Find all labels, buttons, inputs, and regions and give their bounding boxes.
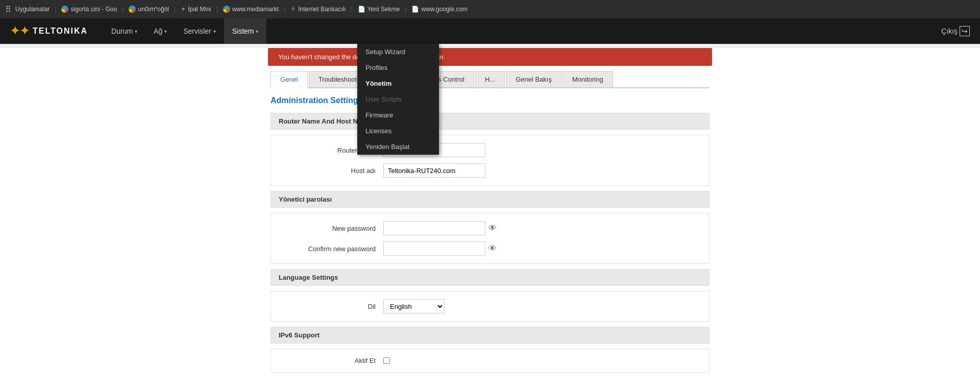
- input-new-password[interactable]: [383, 221, 485, 235]
- select-language[interactable]: English: [383, 299, 445, 313]
- form-router-name: Router name Host adı: [271, 135, 709, 186]
- browser-tab-google[interactable]: 📄 www.google.com: [411, 6, 468, 13]
- confirm-password-wrapper: 👁: [383, 241, 497, 256]
- nav-item-durum[interactable]: Durum ▾: [103, 18, 145, 44]
- dropdown-firmware[interactable]: Firmware: [357, 107, 439, 123]
- page-title: Administration Settings: [271, 96, 709, 105]
- logo-text: TELTONIKA: [33, 27, 88, 36]
- tab-genel[interactable]: Genel: [271, 71, 308, 88]
- form-row-confirm-password: Confirm new password 👁: [281, 241, 699, 256]
- nav-item-servisler[interactable]: Servisler ▾: [175, 18, 224, 44]
- servisler-arrow: ▾: [213, 29, 216, 34]
- browser-tab-banka[interactable]: ⚘ İnternet Bankacılı: [290, 6, 346, 13]
- form-row-host-adi: Host adı: [281, 163, 699, 178]
- input-confirm-password[interactable]: [383, 241, 485, 256]
- nav-item-sistem[interactable]: Sistem ▾: [224, 18, 267, 44]
- eye-icon-confirm-password[interactable]: 👁: [488, 244, 497, 253]
- form-language: Dil English: [271, 291, 709, 322]
- section-language: Language Settings: [271, 269, 709, 286]
- new-password-wrapper: 👁: [383, 221, 497, 235]
- browser-tab-yeni[interactable]: 📄 Yeni Sekme: [358, 6, 400, 13]
- sistem-dropdown: Setup Wizard Profiles Yönetim User Scrip…: [357, 44, 439, 155]
- durum-arrow: ▾: [135, 29, 137, 34]
- dropdown-licenses[interactable]: Licenses: [357, 123, 439, 139]
- browser-tab-apps[interactable]: Uygulamalar: [15, 6, 50, 13]
- alert-banner: You haven't changed the default password…: [268, 48, 712, 66]
- form-row-router-name: Router name: [281, 143, 699, 157]
- form-row-dil: Dil English: [281, 299, 699, 313]
- apps-icon[interactable]: ⠿: [5, 5, 11, 14]
- inner-content: Genel Troubleshoot Backup Access Control…: [260, 66, 720, 383]
- label-new-password: New password: [281, 225, 383, 232]
- label-aktif-et: Aktif Et: [281, 357, 383, 364]
- label-confirm-password: Confirm new password: [281, 245, 383, 253]
- exit-icon: ↪: [960, 26, 970, 36]
- browser-bar: ⠿ Uygulamalar | sigorta cini - Goo | un0…: [0, 0, 980, 18]
- page-wrapper: You haven't changed the default password…: [0, 48, 980, 390]
- input-host-adi[interactable]: [383, 163, 485, 178]
- section-router-name: Router Name And Host Name: [271, 113, 709, 130]
- tab-genel-bakis[interactable]: Genel Bakış: [506, 71, 561, 87]
- section-yonetici: Yönetici parolası: [271, 191, 709, 208]
- router-ui: ✦✦ TELTONIKA Durum ▾ Ağ ▾ Servisler ▾ Si…: [0, 18, 980, 390]
- form-yonetici: New password 👁 Confirm new password 👁: [271, 213, 709, 264]
- browser-tab-ipat[interactable]: ✦ İpat Mini: [181, 6, 211, 13]
- nav-bar: ✦✦ TELTONIKA Durum ▾ Ağ ▾ Servisler ▾ Si…: [0, 18, 980, 44]
- form-row-aktif-et: Aktif Et: [281, 357, 699, 364]
- tabs-bar: Genel Troubleshoot Backup Access Control…: [271, 71, 709, 88]
- ag-arrow: ▾: [164, 29, 167, 34]
- dropdown-user-scripts: User Scripts: [357, 91, 439, 107]
- form-ipv6: Aktif Et: [271, 349, 709, 373]
- browser-tab-mediamarkt[interactable]: www.mediamarkt: [223, 6, 279, 13]
- dropdown-profiles[interactable]: Profiles: [357, 60, 439, 76]
- dropdown-setup-wizard[interactable]: Setup Wizard: [357, 44, 439, 60]
- section-ipv6: IPv6 Support: [271, 327, 709, 344]
- dropdown-yeniden-baslat[interactable]: Yeniden Başlat: [357, 139, 439, 155]
- dropdown-yonetim[interactable]: Yönetim: [357, 76, 439, 91]
- label-dil: Dil: [281, 303, 383, 310]
- label-host-adi: Host adı: [281, 167, 383, 175]
- logo-symbol: ✦✦: [10, 25, 30, 38]
- nav-exit[interactable]: Çıkış ↪: [941, 26, 970, 36]
- tab-h[interactable]: H...: [475, 71, 505, 87]
- browser-tab-un0im[interactable]: un0ım*oğöl: [129, 6, 169, 13]
- tab-monitoring[interactable]: Monitoring: [562, 71, 613, 87]
- browser-tab-sigorta[interactable]: sigorta cini - Goo: [61, 6, 117, 13]
- nav-item-ag[interactable]: Ağ ▾: [145, 18, 175, 44]
- form-row-new-password: New password 👁: [281, 221, 699, 235]
- checkbox-aktif-et[interactable]: [383, 357, 390, 364]
- nav-logo[interactable]: ✦✦ TELTONIKA: [10, 25, 88, 38]
- nav-menu: Durum ▾ Ağ ▾ Servisler ▾ Sistem ▾: [103, 18, 941, 44]
- sistem-arrow: ▾: [256, 29, 258, 34]
- eye-icon-new-password[interactable]: 👁: [488, 224, 497, 233]
